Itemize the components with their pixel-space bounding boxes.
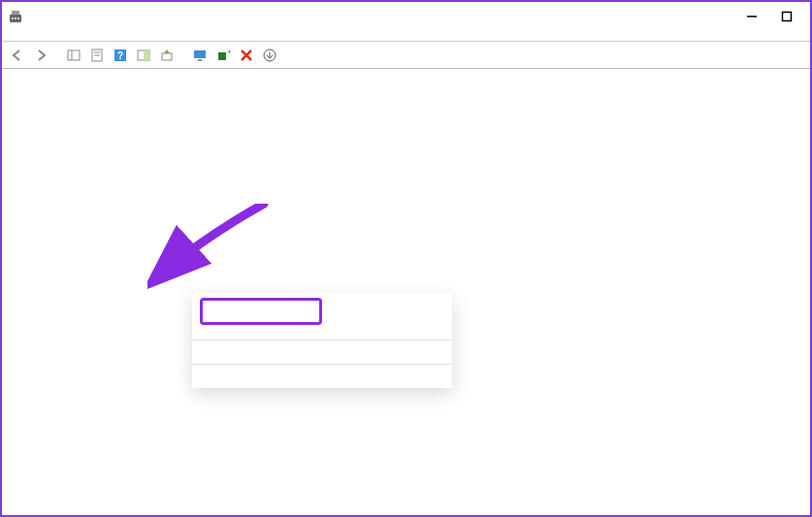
maximize-button[interactable]: [769, 3, 804, 30]
show-hide-tree-button[interactable]: [64, 46, 83, 65]
titlebar: [2, 2, 810, 31]
svg-text:+: +: [227, 48, 231, 56]
context-menu: [192, 293, 452, 388]
context-disable-device[interactable]: [192, 310, 452, 322]
svg-rect-7: [68, 50, 80, 60]
annotation-arrow: [147, 204, 283, 291]
svg-rect-15: [144, 50, 149, 60]
toolbar: ? +: [2, 42, 810, 69]
help-button[interactable]: ?: [111, 46, 130, 65]
down-arrow-button[interactable]: [260, 46, 279, 65]
svg-point-3: [15, 17, 16, 19]
minimize-button[interactable]: [734, 3, 769, 30]
svg-rect-17: [194, 50, 206, 58]
remove-button[interactable]: [237, 46, 256, 65]
properties-button[interactable]: [87, 46, 107, 65]
menu-bar: [2, 31, 810, 42]
svg-rect-19: [218, 52, 226, 60]
context-separator: [192, 364, 452, 365]
svg-rect-6: [783, 13, 792, 21]
app-icon: [8, 9, 23, 24]
svg-rect-18: [198, 59, 202, 61]
svg-text:?: ?: [117, 50, 123, 61]
forward-button[interactable]: [31, 46, 50, 65]
context-scan-hardware[interactable]: [192, 346, 452, 358]
add-hardware-button[interactable]: +: [213, 46, 233, 65]
device-tree: [2, 69, 810, 84]
svg-point-2: [12, 17, 14, 19]
context-separator: [192, 339, 452, 340]
svg-rect-1: [12, 11, 19, 15]
context-properties[interactable]: [192, 371, 452, 382]
svg-point-4: [17, 17, 19, 19]
scan-hardware-button[interactable]: [157, 46, 177, 65]
context-update-driver[interactable]: [192, 299, 452, 310]
action-button[interactable]: [134, 46, 153, 65]
svg-rect-16: [162, 53, 172, 60]
back-button[interactable]: [8, 46, 27, 65]
context-uninstall-device[interactable]: [192, 322, 452, 334]
monitor-icon-button[interactable]: [190, 46, 210, 65]
